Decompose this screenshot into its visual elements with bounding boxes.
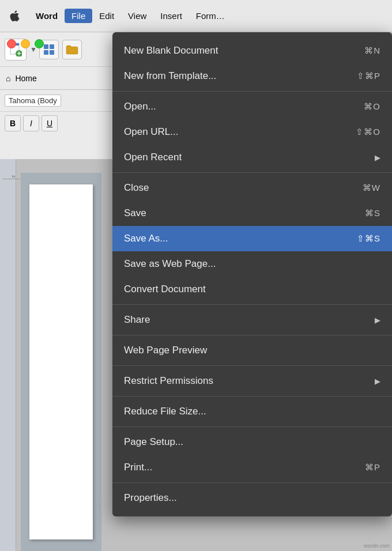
open-url-shortcut: ⇧⌘O <box>356 127 380 137</box>
open-recent-label: Open Recent <box>124 152 375 163</box>
underline-button[interactable]: U <box>42 115 58 131</box>
open-url-label: Open URL... <box>124 126 356 138</box>
svg-text:+: + <box>17 50 21 56</box>
bold-label: B <box>10 119 16 128</box>
home-icon: ⌂ <box>6 74 10 83</box>
convert-label: Convert Document <box>124 284 380 295</box>
open-recent-arrow: ▶ <box>375 153 380 162</box>
print-label: Print... <box>124 462 365 473</box>
menu-item-open[interactable]: Open... ⌘O <box>112 94 392 119</box>
menu-section-print: Page Setup... Print... ⌘P <box>112 427 392 483</box>
menu-item-new-template[interactable]: New from Template... ⇧⌘P <box>112 63 392 89</box>
apple-logo[interactable] <box>0 10 29 22</box>
folder-button[interactable] <box>62 40 82 59</box>
document-area <box>21 173 101 551</box>
new-template-shortcut: ⇧⌘P <box>357 71 380 81</box>
share-arrow: ▶ <box>375 316 380 324</box>
menu-item-open-url[interactable]: Open URL... ⇧⌘O <box>112 119 392 145</box>
format-row: B I U <box>0 112 115 135</box>
maximize-button[interactable] <box>35 39 44 48</box>
menu-section-new: New Blank Document ⌘N New from Template.… <box>112 36 392 92</box>
underline-label: U <box>47 119 52 128</box>
page-setup-label: Page Setup... <box>124 436 380 448</box>
close-label: Close <box>124 182 363 194</box>
menu-item-close[interactable]: Close ⌘W <box>112 175 392 201</box>
menu-view[interactable]: View <box>121 9 153 23</box>
menu-bar: Word File Edit View Insert Form… <box>0 0 392 32</box>
menu-item-save-web[interactable]: Save as Web Page... <box>112 251 392 277</box>
menu-item-share[interactable]: Share ▶ <box>112 307 392 333</box>
reduce-size-label: Reduce File Size... <box>124 406 380 417</box>
menu-item-new-blank[interactable]: New Blank Document ⌘N <box>112 38 392 63</box>
document-page <box>29 184 93 539</box>
close-shortcut: ⌘W <box>363 183 380 193</box>
menu-section-permissions: Restrict Permissions ▶ <box>112 366 392 397</box>
menu-item-properties[interactable]: Properties... <box>112 485 392 511</box>
new-blank-label: New Blank Document <box>124 45 364 56</box>
menu-section-open: Open... ⌘O Open URL... ⇧⌘O Open Recent ▶ <box>112 92 392 173</box>
svg-rect-5 <box>50 44 54 49</box>
permissions-label: Restrict Permissions <box>124 375 375 387</box>
menu-file[interactable]: File <box>65 9 92 23</box>
watermark: wsxdn.com <box>364 543 390 549</box>
web-preview-label: Web Page Preview <box>124 345 380 356</box>
menu-format[interactable]: Form… <box>189 9 232 23</box>
open-shortcut: ⌘O <box>364 101 380 112</box>
toolbar-area: + ▼ ⌂ Home Tahoma (Body B I U <box>0 32 115 159</box>
home-label: Home <box>15 74 36 83</box>
svg-rect-7 <box>50 50 54 55</box>
menu-item-print[interactable]: Print... ⌘P <box>112 455 392 480</box>
close-button[interactable] <box>7 39 16 48</box>
ruler: 1 2 <box>0 159 16 551</box>
menu-section-share: Share ▶ <box>112 305 392 335</box>
permissions-arrow: ▶ <box>375 377 380 386</box>
svg-rect-4 <box>44 44 48 49</box>
menu-section-save: Close ⌘W Save ⌘S Save As... ⇧⌘S Save as … <box>112 173 392 305</box>
toolbar-row: + ▼ <box>0 32 115 67</box>
menu-item-reduce-size[interactable]: Reduce File Size... <box>112 399 392 424</box>
traffic-lights <box>7 39 44 48</box>
new-template-label: New from Template... <box>124 70 357 82</box>
menu-item-permissions[interactable]: Restrict Permissions ▶ <box>112 368 392 394</box>
menu-item-convert[interactable]: Convert Document <box>112 277 392 302</box>
open-label: Open... <box>124 101 364 112</box>
menu-item-save-as[interactable]: Save As... ⇧⌘S <box>112 226 392 251</box>
save-as-label: Save As... <box>124 233 357 244</box>
menu-section-properties: Properties... <box>112 483 392 513</box>
minimize-button[interactable] <box>21 39 30 48</box>
font-row: Tahoma (Body <box>0 90 115 112</box>
file-dropdown-menu: New Blank Document ⌘N New from Template.… <box>112 32 392 516</box>
save-as-shortcut: ⇧⌘S <box>357 233 380 244</box>
app-name[interactable]: Word <box>29 9 65 23</box>
save-web-label: Save as Web Page... <box>124 258 380 270</box>
properties-label: Properties... <box>124 492 380 504</box>
menu-section-preview: Web Page Preview <box>112 335 392 366</box>
menu-item-save[interactable]: Save ⌘S <box>112 201 392 226</box>
font-selector[interactable]: Tahoma (Body <box>5 95 61 107</box>
home-tab[interactable]: ⌂ Home <box>0 67 115 90</box>
save-label: Save <box>124 207 365 219</box>
italic-label: I <box>30 119 32 128</box>
menu-edit[interactable]: Edit <box>92 9 121 23</box>
menu-item-page-setup[interactable]: Page Setup... <box>112 429 392 455</box>
menu-section-reduce: Reduce File Size... <box>112 397 392 427</box>
save-shortcut: ⌘S <box>365 208 380 218</box>
print-shortcut: ⌘P <box>365 462 380 473</box>
menu-item-web-preview[interactable]: Web Page Preview <box>112 338 392 363</box>
new-blank-shortcut: ⌘N <box>364 46 380 56</box>
svg-rect-6 <box>44 50 48 55</box>
bold-button[interactable]: B <box>5 115 21 131</box>
menu-item-open-recent[interactable]: Open Recent ▶ <box>112 145 392 170</box>
share-label: Share <box>124 314 375 326</box>
italic-button[interactable]: I <box>23 115 39 131</box>
menu-insert[interactable]: Insert <box>153 9 189 23</box>
